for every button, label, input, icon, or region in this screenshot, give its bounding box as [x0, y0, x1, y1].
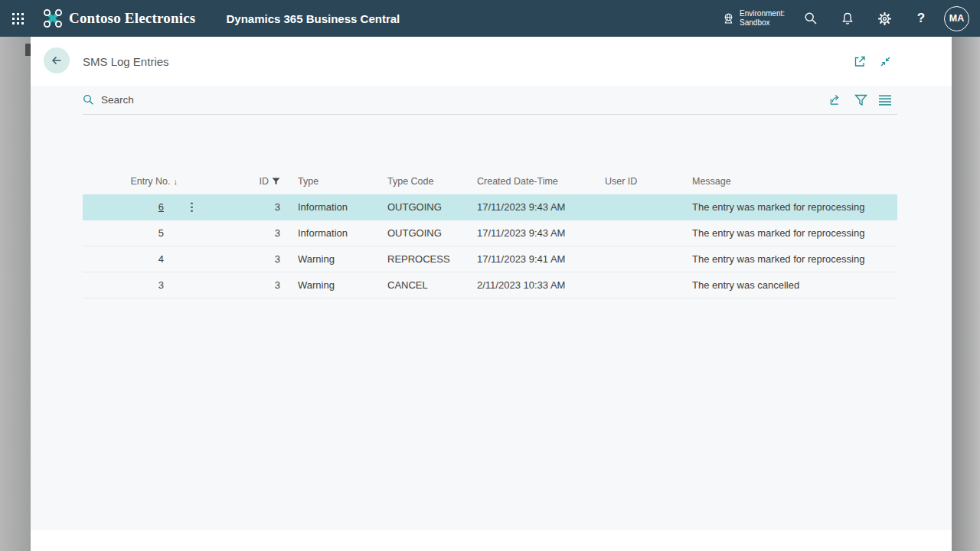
filter-funnel-icon — [854, 94, 867, 106]
column-header-user-id[interactable]: User ID — [590, 176, 678, 187]
entry-no-link[interactable]: 6 — [158, 201, 164, 213]
table-header-row: Entry No. ↓ ID Type Type Code Created Da… — [83, 168, 897, 194]
table-row[interactable]: 4 3 Warning REPROCESS 17/11/2023 9:41 AM… — [83, 246, 897, 272]
cell-message: The entry was marked for reprocessing — [678, 227, 897, 239]
collapse-icon — [879, 55, 892, 68]
settings-button[interactable] — [866, 0, 903, 37]
company-brand[interactable]: Contoso Electronics — [43, 8, 195, 28]
list-actions — [829, 86, 892, 115]
environment-button[interactable]: Environment: Sandbox — [714, 9, 792, 28]
search-box — [83, 86, 897, 115]
column-header-type-code[interactable]: Type Code — [373, 176, 462, 187]
search-icon — [804, 11, 818, 25]
cell-id: 3 — [178, 227, 283, 239]
search-button[interactable] — [792, 0, 829, 37]
column-header-entry-no[interactable]: Entry No. ↓ — [83, 176, 178, 187]
collapse-page-button[interactable] — [878, 54, 892, 68]
open-in-new-window-icon — [854, 55, 867, 68]
cell-message: The entry was cancelled — [678, 279, 897, 291]
contoso-logo-icon — [43, 8, 63, 28]
cell-created: 2/11/2023 10:33 AM — [462, 279, 590, 291]
environment-text: Environment: Sandbox — [740, 9, 785, 28]
cell-id: 3 — [178, 253, 283, 265]
cell-entry-no: 6 — [83, 201, 178, 213]
cell-type-code: CANCEL — [373, 279, 462, 291]
cell-created: 17/11/2023 9:43 AM — [462, 201, 590, 213]
cell-message: The entry was marked for reprocessing — [678, 201, 897, 213]
table-row[interactable]: 3 3 Warning CANCEL 2/11/2023 10:33 AM Th… — [83, 272, 897, 298]
top-navigation-bar: Contoso Electronics Dynamics 365 Busines… — [0, 0, 980, 37]
cell-entry-no: 4 — [83, 253, 178, 265]
app-launcher-button[interactable] — [0, 0, 35, 37]
topbar-actions: Environment: Sandbox — [714, 0, 980, 37]
column-header-created[interactable]: Created Date-Time — [462, 176, 590, 187]
table-row[interactable]: 6 3 Information OUTGOING 17/11/2023 9:43… — [83, 194, 897, 220]
column-header-type[interactable]: Type — [283, 176, 373, 187]
user-avatar[interactable]: MA — [944, 6, 969, 31]
company-name: Contoso Electronics — [69, 10, 195, 27]
column-header-id[interactable]: ID — [178, 176, 283, 187]
cell-type: Information — [283, 227, 373, 239]
help-icon: ? — [917, 11, 925, 26]
cell-id: 3 — [178, 279, 283, 291]
page-header: SMS Log Entries — [31, 37, 952, 86]
dimmed-background-left — [0, 37, 31, 551]
row-context-menu-button[interactable] — [188, 199, 196, 215]
cell-type-code: OUTGOING — [373, 227, 462, 239]
column-header-message[interactable]: Message — [678, 176, 897, 187]
window-controls — [853, 37, 892, 86]
search-icon — [83, 94, 94, 106]
column-filter-icon — [272, 178, 280, 185]
share-button[interactable] — [829, 93, 843, 107]
table-row[interactable]: 5 3 Information OUTGOING 17/11/2023 9:43… — [83, 220, 897, 246]
back-arrow-icon — [50, 54, 64, 67]
dimmed-background-right — [952, 37, 980, 551]
cell-created: 17/11/2023 9:43 AM — [462, 227, 590, 239]
cell-entry-no: 3 — [83, 279, 178, 291]
search-input[interactable] — [101, 94, 637, 106]
cell-type: Warning — [283, 279, 373, 291]
choose-columns-button[interactable] — [878, 93, 892, 107]
sms-log-entries-page: SMS Log Entries — [31, 37, 952, 530]
share-icon — [829, 93, 843, 107]
cell-message: The entry was marked for reprocessing — [678, 253, 897, 265]
log-entries-table: Entry No. ↓ ID Type Type Code Created Da… — [83, 168, 897, 298]
open-in-new-window-button[interactable] — [853, 54, 867, 68]
bell-icon — [841, 11, 854, 25]
back-button[interactable] — [44, 47, 70, 73]
gear-icon — [877, 11, 892, 26]
list-menu-icon — [878, 94, 892, 106]
cell-created: 17/11/2023 9:41 AM — [462, 253, 590, 265]
cell-type: Information — [283, 201, 373, 213]
cell-type: Warning — [283, 253, 373, 265]
environment-value: Sandbox — [740, 18, 785, 28]
product-title[interactable]: Dynamics 365 Business Central — [226, 12, 400, 25]
background-page-edge — [25, 44, 31, 56]
cell-entry-no: 5 — [83, 227, 178, 239]
environment-label: Environment: — [740, 9, 785, 18]
page-title: SMS Log Entries — [83, 37, 169, 86]
notifications-button[interactable] — [829, 0, 866, 37]
filter-button[interactable] — [854, 93, 867, 107]
waffle-icon — [12, 13, 24, 24]
help-button[interactable]: ? — [903, 0, 939, 37]
cell-type-code: REPROCESS — [373, 253, 462, 265]
cell-type-code: OUTGOING — [373, 201, 462, 213]
list-toolbar — [31, 86, 952, 115]
environment-globe-icon — [722, 12, 735, 25]
